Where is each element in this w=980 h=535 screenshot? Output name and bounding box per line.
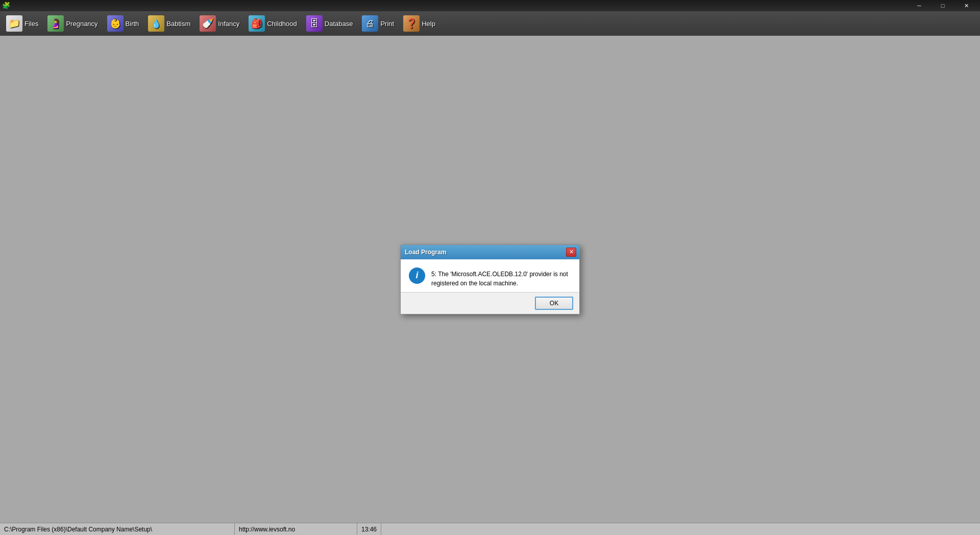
title-bar-controls: ─ □ ✕ bbox=[908, 0, 978, 11]
maximize-button[interactable]: □ bbox=[931, 0, 954, 11]
toolbar-item-help[interactable]: ❓ Help bbox=[399, 13, 439, 34]
title-bar-left: 🧩 bbox=[2, 2, 10, 10]
dialog-overlay: Load Program ✕ i 5: The 'Microsoft.ACE.O… bbox=[0, 36, 980, 523]
files-label: Files bbox=[24, 20, 38, 28]
toolbar-item-infancy[interactable]: 🍼 Infancy bbox=[195, 13, 243, 34]
dialog-title: Load Program bbox=[405, 249, 446, 256]
toolbar-item-print[interactable]: 🖨 Print bbox=[358, 13, 398, 34]
ok-button[interactable]: OK bbox=[535, 297, 573, 310]
toolbar-item-childhood[interactable]: 🎒 Childhood bbox=[244, 13, 301, 34]
infancy-icon: 🍼 bbox=[200, 15, 216, 32]
database-label: Database bbox=[325, 20, 353, 28]
dialog-message: 5: The 'Microsoft.ACE.OLEDB.12.0' provid… bbox=[431, 268, 571, 288]
childhood-icon: 🎒 bbox=[249, 15, 265, 32]
status-bar: C:\Program Files (x86)\Default Company N… bbox=[0, 523, 980, 535]
dialog-footer: OK bbox=[401, 293, 579, 314]
childhood-label: Childhood bbox=[267, 20, 297, 28]
toolbar-item-pregnancy[interactable]: 🤰 Pregnancy bbox=[43, 13, 102, 34]
status-path: C:\Program Files (x86)\Default Company N… bbox=[0, 523, 235, 535]
toolbar-item-files[interactable]: 📁 Files bbox=[2, 13, 42, 34]
minimize-button[interactable]: ─ bbox=[908, 0, 931, 11]
title-bar: 🧩 ─ □ ✕ bbox=[0, 0, 980, 11]
print-label: Print bbox=[380, 20, 394, 28]
pregnancy-label: Pregnancy bbox=[66, 20, 97, 28]
dialog-body: i 5: The 'Microsoft.ACE.OLEDB.12.0' prov… bbox=[401, 259, 579, 293]
main-area: Load Program ✕ i 5: The 'Microsoft.ACE.O… bbox=[0, 36, 980, 523]
status-url: http://www.ievsoft.no bbox=[235, 523, 357, 535]
print-icon: 🖨 bbox=[362, 15, 378, 32]
dialog-load-program: Load Program ✕ i 5: The 'Microsoft.ACE.O… bbox=[400, 245, 580, 314]
babtism-icon: 💧 bbox=[148, 15, 164, 32]
database-icon: 🗄 bbox=[306, 15, 323, 32]
files-icon: 📁 bbox=[6, 15, 22, 32]
toolbar-item-babtism[interactable]: 💧 Babtism bbox=[144, 13, 194, 34]
app-icon: 🧩 bbox=[2, 2, 10, 10]
toolbar: 📁 Files 🤰 Pregnancy 👶 Birth 💧 Babtism 🍼 … bbox=[0, 11, 980, 36]
toolbar-item-database[interactable]: 🗄 Database bbox=[302, 13, 357, 34]
dialog-close-button[interactable]: ✕ bbox=[566, 248, 576, 257]
help-label: Help bbox=[422, 20, 435, 28]
help-icon: ❓ bbox=[403, 15, 420, 32]
pregnancy-icon: 🤰 bbox=[47, 15, 64, 32]
status-time: 13:46 bbox=[357, 523, 381, 535]
infancy-label: Infancy bbox=[218, 20, 239, 28]
toolbar-item-birth[interactable]: 👶 Birth bbox=[103, 13, 143, 34]
dialog-title-bar: Load Program ✕ bbox=[401, 245, 579, 259]
birth-icon: 👶 bbox=[107, 15, 124, 32]
info-icon: i bbox=[409, 268, 425, 284]
window-close-button[interactable]: ✕ bbox=[954, 0, 978, 11]
birth-label: Birth bbox=[126, 20, 139, 28]
babtism-label: Babtism bbox=[166, 20, 190, 28]
